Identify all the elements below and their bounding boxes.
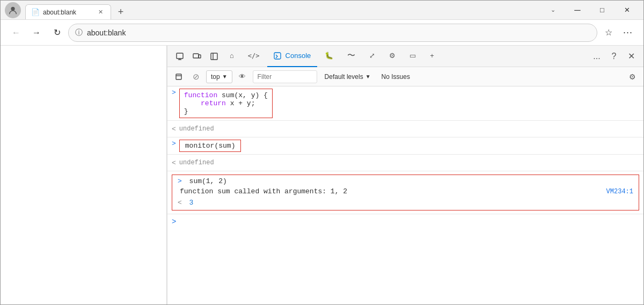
console-toolbar: ⊘ top ▼ 👁 Default levels ▼ No Issues ⚙ <box>167 67 643 86</box>
bug-icon: 🐛 <box>325 52 333 60</box>
performance-icon: ⤢ <box>369 52 375 60</box>
console-entry-3: > monitor(sum) <box>167 137 643 155</box>
window-tabs-btn[interactable]: ⌄ <box>540 1 565 20</box>
tab-application[interactable]: ▭ <box>403 46 422 67</box>
back-button[interactable]: ← <box>7 24 25 42</box>
maximize-button[interactable]: □ <box>590 1 614 20</box>
filter-input[interactable] <box>253 70 317 83</box>
console-icon <box>274 52 283 60</box>
result-value-5: 3 <box>185 199 194 207</box>
devtools-help-button[interactable]: ? <box>606 49 622 64</box>
svg-rect-9 <box>176 74 181 79</box>
console-input-caret[interactable]: > <box>167 214 643 229</box>
tab-home[interactable]: ⌂ <box>223 46 240 67</box>
refresh-button[interactable]: ↻ <box>48 24 66 42</box>
devtools-more-button[interactable]: ... <box>589 49 605 64</box>
code-close-brace: } <box>184 107 188 115</box>
no-issues-badge: No Issues <box>378 73 413 81</box>
context-label: top <box>211 73 220 81</box>
console-settings-button[interactable]: ⚙ <box>625 70 639 84</box>
address-bar[interactable]: ⓘ about:blank <box>68 24 597 42</box>
new-tab-button[interactable]: + <box>113 4 128 19</box>
close-button[interactable]: ✕ <box>614 1 639 20</box>
svg-rect-1 <box>177 53 183 59</box>
sidebar-toggle-button[interactable] <box>206 49 222 64</box>
input-line-3: > monitor(sum) <box>172 140 639 152</box>
keyword-function: function <box>184 91 217 99</box>
code-block-3: monitor(sum) <box>179 140 241 152</box>
nav-right-buttons: ☆ ··· <box>599 24 637 42</box>
svg-rect-5 <box>199 55 201 58</box>
devtools-toolbar: ⌂ </> Console 🐛 <box>167 46 643 67</box>
vm-link[interactable]: VM234:1 <box>606 188 633 195</box>
console-output[interactable]: > function sum(x, y) { return x + y; } <box>167 86 643 304</box>
tab-debugger[interactable]: 🐛 <box>318 46 340 67</box>
tabs-bar: 📄 about:blank ✕ + <box>23 1 540 19</box>
more-button[interactable]: ··· <box>619 24 637 42</box>
input-caret-icon: > <box>172 217 176 226</box>
application-icon: ▭ <box>409 52 416 60</box>
console-tab-label: Console <box>286 52 311 60</box>
devtools-panel: ⌂ </> Console 🐛 <box>167 46 643 304</box>
forward-button[interactable]: → <box>27 24 46 42</box>
output-prompt-2: < <box>172 125 176 133</box>
address-text: about:blank <box>87 28 590 37</box>
tab-new[interactable]: + <box>423 46 441 67</box>
input-line-5: > sum(1, 2) <box>178 177 633 185</box>
code-block-1: function sum(x, y) { return x + y; } <box>179 89 273 118</box>
input-prompt-3: > <box>172 140 176 148</box>
code-block-5: > sum(1, 2) function sum called with arg… <box>172 175 639 210</box>
clear-console-button[interactable] <box>172 70 186 84</box>
code-return: return x + y; <box>184 99 255 107</box>
title-bar: 📄 about:blank ✕ + ⌄ ─ □ ✕ <box>1 1 643 20</box>
eye-button[interactable]: 👁 <box>236 70 250 84</box>
context-selector[interactable]: top ▼ <box>206 70 232 83</box>
elements-icon: </> <box>248 52 260 60</box>
window-controls: ⌄ ─ □ ✕ <box>540 1 639 20</box>
svg-rect-4 <box>193 54 199 58</box>
network-icon: 〜 <box>347 50 355 61</box>
code-line-1-1: function sum(x, y) { <box>184 91 268 99</box>
device-emulation-button[interactable] <box>189 49 205 64</box>
console-entry-2: < undefined <box>167 121 643 137</box>
code-sum-call: sum(1, 2) <box>185 177 227 185</box>
code-line-1-2: return x + y; <box>184 99 268 107</box>
svg-rect-8 <box>274 53 281 59</box>
tab-elements[interactable]: </> <box>241 46 266 67</box>
browser-tab[interactable]: 📄 about:blank ✕ <box>25 4 111 19</box>
new-tab-icon: + <box>430 52 434 60</box>
input-line-1: > function sum(x, y) { return x + y; } <box>172 89 639 118</box>
console-entry-4: < undefined <box>167 155 643 171</box>
inspect-element-button[interactable] <box>172 49 188 64</box>
tab-page-icon: 📄 <box>31 8 40 16</box>
input-prompt-1: > <box>172 89 176 97</box>
result-line-5: < 3 <box>178 198 633 208</box>
tab-performance[interactable]: ⤢ <box>363 46 382 67</box>
tab-console[interactable]: Console <box>267 46 318 67</box>
devtools-close-button[interactable]: ✕ <box>623 49 639 64</box>
minimize-button[interactable]: ─ <box>565 1 590 20</box>
home-icon: ⌂ <box>230 52 234 60</box>
address-info-icon: ⓘ <box>75 28 83 38</box>
page-area <box>1 46 167 304</box>
input-prompt-5: > <box>178 177 182 185</box>
tab-close-button[interactable]: ✕ <box>96 8 105 17</box>
console-entry-5: > sum(1, 2) function sum called with arg… <box>167 171 643 214</box>
log-levels-button[interactable]: Default levels ▼ <box>320 70 375 83</box>
favorite-button[interactable]: ☆ <box>599 24 618 42</box>
output-prompt-4: < <box>172 159 176 167</box>
svg-point-0 <box>11 6 14 10</box>
code-monitor: monitor(sum) <box>185 142 236 150</box>
ban-button[interactable]: ⊘ <box>189 70 203 84</box>
code-line-1-3: } <box>184 107 268 115</box>
output-text-2: undefined <box>179 124 214 134</box>
navigation-bar: ← → ↻ ⓘ about:blank ☆ ··· <box>1 20 643 46</box>
svg-rect-6 <box>211 53 217 60</box>
memory-icon: ⚙ <box>389 52 396 60</box>
log-levels-arrow: ▼ <box>365 74 371 79</box>
output-prompt-5: < <box>178 199 182 207</box>
browser-content: ⌂ </> Console 🐛 <box>1 46 643 304</box>
console-entry-1: > function sum(x, y) { return x + y; } <box>167 86 643 121</box>
tab-memory[interactable]: ⚙ <box>383 46 402 67</box>
tab-network[interactable]: 〜 <box>341 46 362 67</box>
